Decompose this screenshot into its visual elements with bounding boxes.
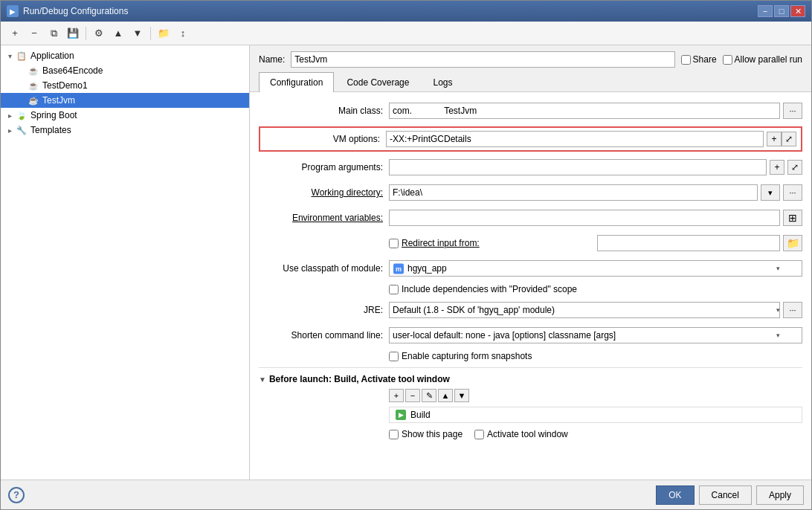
tab-logs[interactable]: Logs — [422, 72, 463, 91]
env-vars-row: Environment variables: ⊞ — [259, 208, 802, 227]
application-icon: 📋 — [16, 50, 28, 62]
help-button[interactable]: ? — [8, 487, 25, 503]
redirect-browse-button[interactable]: 📁 — [783, 235, 802, 251]
main-class-input[interactable] — [389, 103, 780, 119]
main-class-browse-button[interactable]: ··· — [783, 103, 802, 119]
show-page-row: Show this page Activate tool window — [389, 429, 802, 439]
main-window: ▶ Run/Debug Configurations − □ ✕ + − ⧉ 💾… — [0, 0, 812, 510]
working-dir-dropdown[interactable]: ▾ — [761, 184, 780, 201]
build-item: ▶ Build — [389, 407, 802, 423]
before-launch-remove-button[interactable]: − — [405, 389, 420, 402]
shorten-cmd-select[interactable]: user-local default: none - java [options… — [389, 327, 802, 343]
separator-2 — [150, 27, 151, 40]
shorten-cmd-label: Shorten command line: — [259, 330, 389, 340]
main-area: ▾ 📋 Application ☕ Base64Encode ☕ TestDem… — [1, 45, 811, 480]
program-args-label: Program arguments: — [259, 162, 389, 172]
title-bar-left: ▶ Run/Debug Configurations — [7, 5, 128, 17]
before-launch-add-button[interactable]: + — [389, 389, 404, 402]
move-down-button[interactable]: ▼ — [129, 25, 146, 42]
classpath-select[interactable]: hgyq_app — [389, 260, 802, 277]
before-launch-down-button[interactable]: ▼ — [454, 389, 469, 402]
tab-configuration[interactable]: Configuration — [259, 72, 334, 92]
templates-label: Templates — [30, 125, 71, 135]
sidebar-item-base64encode[interactable]: ☕ Base64Encode — [1, 63, 249, 78]
activate-window-checkbox[interactable] — [474, 430, 484, 439]
folder-button[interactable]: 📁 — [155, 25, 172, 42]
build-icon: ▶ — [396, 410, 406, 420]
vm-options-input[interactable] — [386, 131, 764, 147]
move-up-button[interactable]: ▲ — [110, 25, 126, 42]
vm-options-expand-button[interactable]: ⤢ — [782, 132, 796, 146]
allow-parallel-checkbox[interactable] — [723, 55, 732, 65]
springboot-icon: 🍃 — [16, 109, 28, 121]
sidebar-item-application[interactable]: ▾ 📋 Application — [1, 48, 249, 63]
before-launch-header: ▼ Before launch: Build, Activate tool wi… — [259, 374, 802, 384]
activate-window-label: Activate tool window — [487, 429, 568, 439]
share-label: Share — [693, 54, 717, 65]
sidebar-item-testjvm[interactable]: ☕ TestJvm — [1, 93, 249, 108]
main-class-row: Main class: ··· — [259, 101, 802, 120]
working-dir-browse-button[interactable]: ··· — [783, 184, 802, 201]
copy-config-button[interactable]: ⧉ — [45, 25, 62, 42]
title-bar: ▶ Run/Debug Configurations − □ ✕ — [1, 1, 811, 22]
program-args-input[interactable] — [389, 159, 767, 175]
sidebar-item-templates[interactable]: ▸ 🔧 Templates — [1, 123, 249, 138]
ok-button[interactable]: OK — [656, 485, 694, 505]
testjvm-icon: ☕ — [28, 94, 39, 106]
program-args-add-button[interactable]: + — [770, 160, 784, 175]
include-deps-label: Include dependencies with "Provided" sco… — [402, 284, 577, 294]
testdemo1-icon: ☕ — [28, 80, 39, 91]
add-config-button[interactable]: + — [7, 25, 23, 42]
cancel-button[interactable]: Cancel — [699, 485, 752, 505]
redirect-input-checkbox[interactable] — [389, 239, 399, 248]
redirect-input-field[interactable] — [597, 235, 780, 251]
jre-select-wrap: Default (1.8 - SDK of 'hgyq_app' module)… — [389, 302, 802, 318]
shorten-cmd-select-wrap: user-local default: none - java [options… — [389, 327, 802, 343]
apply-button[interactable]: Apply — [756, 485, 804, 505]
enable-snapshots-checkbox[interactable] — [389, 352, 399, 361]
before-launch-section: ▼ Before launch: Build, Activate tool wi… — [259, 367, 802, 439]
separator-1 — [86, 27, 86, 40]
redirect-input-wrap: 📁 — [597, 235, 802, 251]
settings-button[interactable]: ⚙ — [91, 25, 107, 42]
close-button[interactable]: ✕ — [790, 5, 805, 17]
share-checkbox[interactable] — [681, 55, 691, 65]
share-checkbox-label: Share — [681, 54, 717, 65]
testdemo1-label: TestDemo1 — [42, 80, 88, 91]
build-label: Build — [410, 410, 431, 420]
env-vars-input[interactable] — [389, 210, 780, 226]
vm-options-add-button[interactable]: + — [767, 132, 782, 146]
working-dir-input[interactable] — [389, 184, 758, 201]
allow-parallel-text: Allow parallel run — [735, 54, 802, 65]
toolbar: + − ⧉ 💾 ⚙ ▲ ▼ 📁 ↕ — [1, 22, 811, 45]
window-title: Run/Debug Configurations — [23, 6, 128, 16]
expand-icon-templates[interactable]: ▸ — [4, 124, 16, 136]
sidebar-item-testdemo1[interactable]: ☕ TestDemo1 — [1, 78, 249, 93]
remove-config-button[interactable]: − — [26, 25, 42, 42]
tab-code-coverage[interactable]: Code Coverage — [335, 72, 420, 91]
save-config-button[interactable]: 💾 — [65, 25, 81, 42]
maximize-button[interactable]: □ — [774, 5, 789, 17]
include-deps-checkbox[interactable] — [389, 285, 399, 294]
application-label: Application — [30, 51, 74, 61]
shorten-cmd-row: Shorten command line: user-local default… — [259, 326, 802, 345]
tabs-bar: Configuration Code Coverage Logs — [250, 72, 811, 92]
jre-browse-button[interactable]: ··· — [783, 302, 802, 318]
program-args-expand-button[interactable]: ⤢ — [787, 160, 802, 175]
testjvm-label: TestJvm — [42, 95, 75, 106]
jre-row: JRE: Default (1.8 - SDK of 'hgyq_app' mo… — [259, 300, 802, 320]
base64encode-icon: ☕ — [28, 65, 39, 77]
expand-icon-springboot[interactable]: ▸ — [4, 109, 16, 121]
before-launch-edit-button[interactable]: ✎ — [422, 389, 436, 402]
sidebar-item-springboot[interactable]: ▸ 🍃 Spring Boot — [1, 108, 249, 123]
jre-select[interactable]: Default (1.8 - SDK of 'hgyq_app' module) — [389, 302, 780, 318]
show-page-label: Show this page — [402, 429, 463, 439]
show-page-checkbox[interactable] — [389, 430, 399, 439]
module-badge-icon: m — [393, 263, 404, 274]
minimize-button[interactable]: − — [758, 5, 773, 17]
sort-button[interactable]: ↕ — [175, 25, 191, 42]
before-launch-up-button[interactable]: ▲ — [438, 389, 453, 402]
expand-icon-application[interactable]: ▾ — [4, 50, 16, 62]
name-input[interactable] — [291, 51, 674, 68]
env-vars-browse-button[interactable]: ⊞ — [783, 210, 802, 226]
